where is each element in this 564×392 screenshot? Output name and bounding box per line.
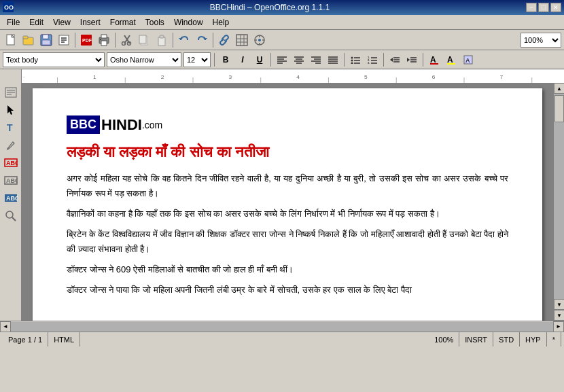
page-status: Page 1 / 1 [3, 332, 48, 346]
maximize-button[interactable]: □ [538, 3, 549, 12]
svg-rect-5 [23, 36, 28, 39]
svg-rect-18 [100, 39, 101, 40]
styles-tool[interactable] [3, 84, 19, 101]
save-button[interactable] [38, 32, 54, 48]
svg-marker-69 [390, 58, 393, 62]
scroll-track[interactable] [554, 94, 564, 299]
format-separator-5 [423, 53, 423, 67]
toolbar: PDF 100% 75% 50% 125% 150% [0, 30, 564, 50]
hyperlink-button[interactable] [216, 32, 232, 48]
h-scrollbar[interactable]: ◄ ► [0, 321, 564, 332]
menu-format[interactable]: Format [106, 16, 140, 29]
scroll-down-button-2[interactable]: ▼ [554, 310, 564, 321]
hyp-status: HYP [520, 332, 547, 346]
svg-text:OO: OO [4, 4, 14, 11]
svg-text:5: 5 [364, 74, 368, 80]
svg-point-59 [351, 59, 353, 61]
zoom-select[interactable]: 100% 75% 50% 125% 150% [521, 33, 561, 48]
paragraph-4: डॉक्टर जोन्स ने 609 ऐसी महिलाओं से बातची… [67, 262, 508, 277]
dot-com: .com [142, 120, 162, 130]
style-select[interactable]: Text body [3, 52, 105, 67]
paste-button[interactable] [154, 32, 170, 48]
cut-button[interactable] [118, 32, 135, 48]
align-left-button[interactable] [275, 52, 289, 67]
menu-bar: File Edit View Insert Format Tools Windo… [0, 15, 564, 30]
new-button[interactable] [3, 32, 19, 48]
ruler: · 1 2 3 4 5 6 7 [22, 69, 564, 83]
scroll-up-button[interactable]: ▲ [554, 83, 564, 94]
select-tool[interactable] [3, 102, 19, 118]
h-scroll-left-button[interactable]: ◄ [0, 321, 11, 332]
text-tool[interactable]: T [3, 120, 19, 136]
minimize-button[interactable]: – [526, 3, 537, 12]
navigator-button[interactable] [251, 32, 268, 48]
menu-insert[interactable]: Insert [76, 16, 105, 29]
h-scroll-track[interactable] [11, 322, 553, 332]
abc-tool[interactable]: ABC [3, 173, 19, 189]
increase-indent-button[interactable] [404, 52, 419, 67]
svg-rect-83 [22, 69, 564, 83]
svg-point-57 [351, 56, 353, 58]
svg-text:·: · [23, 74, 24, 80]
menu-edit[interactable]: Edit [25, 16, 48, 29]
scroll-down-button[interactable]: ▼ [554, 299, 564, 310]
print-button[interactable] [96, 32, 112, 48]
title-bar-controls: – □ ✕ [526, 3, 561, 12]
size-select[interactable]: 12 [183, 52, 211, 67]
abc-solid-tool[interactable]: ABC [3, 190, 19, 207]
highlight-button[interactable]: A [444, 52, 459, 67]
menu-view[interactable]: View [49, 16, 75, 29]
copy-button[interactable] [136, 32, 152, 48]
close-button[interactable]: ✕ [550, 3, 561, 12]
html-status: HTML [48, 332, 80, 346]
title-bar: OO BBCHindi – OpenOffice.org 1.1.1 – □ ✕ [0, 0, 564, 15]
svg-text:A: A [447, 55, 453, 65]
indicator-status: * [547, 332, 561, 346]
italic-button[interactable]: I [235, 52, 250, 67]
edit-doc-button[interactable] [56, 32, 72, 48]
menu-file[interactable]: File [3, 16, 24, 29]
menu-window[interactable]: Window [170, 16, 207, 29]
separator-1 [75, 33, 75, 48]
draw-tool[interactable] [3, 137, 19, 154]
align-center-button[interactable] [292, 52, 306, 67]
doc-container[interactable]: BBC HINDI .com लड़की या लड़का माँ की सोच… [22, 83, 553, 321]
underline-button[interactable]: U [252, 52, 267, 67]
svg-line-29 [223, 39, 226, 41]
svg-rect-24 [139, 35, 146, 43]
pdf-button[interactable]: PDF [78, 32, 94, 48]
svg-point-61 [351, 62, 353, 64]
h-scroll-right-button[interactable]: ► [553, 321, 564, 332]
scroll-thumb[interactable] [554, 95, 564, 122]
svg-rect-7 [43, 35, 48, 39]
menu-help[interactable]: Help [209, 16, 234, 29]
status-bar: Page 1 / 1 HTML 100% INSRT STD HYP * [0, 332, 564, 346]
char-bg-button[interactable]: A [461, 52, 476, 67]
svg-text:3.: 3. [368, 61, 370, 64]
open-button[interactable] [20, 32, 37, 48]
svg-marker-28 [203, 38, 207, 40]
svg-marker-27 [179, 38, 183, 40]
decrease-indent-button[interactable] [387, 52, 402, 67]
menu-tools[interactable]: Tools [141, 16, 169, 29]
bold-button[interactable]: B [218, 52, 233, 67]
find-tool[interactable] [3, 208, 19, 224]
svg-marker-105 [7, 105, 14, 115]
unordered-list-button[interactable] [348, 52, 363, 67]
svg-text:3: 3 [229, 74, 232, 80]
justify-button[interactable] [325, 52, 340, 67]
undo-button[interactable] [176, 32, 192, 48]
font-color-button[interactable]: A [427, 52, 442, 67]
align-right-button[interactable] [309, 52, 323, 67]
format-separator-2 [270, 53, 271, 67]
table-button[interactable] [234, 32, 250, 48]
ordered-list-button[interactable]: 1.2.3. [365, 52, 380, 67]
svg-text:PDF: PDF [82, 38, 92, 43]
paragraph-5: डॉक्टर जोन्स ने पाया कि जो महिला अपनी जि… [67, 283, 508, 298]
svg-text:A: A [465, 57, 470, 64]
redo-button[interactable] [194, 32, 210, 48]
font-select[interactable]: Osho Narrow [107, 52, 181, 67]
right-scrollbar[interactable]: ▲ ▼ ▼ [553, 83, 564, 321]
abc-red-tool[interactable]: ABC [3, 155, 19, 171]
svg-text:4: 4 [296, 74, 300, 80]
